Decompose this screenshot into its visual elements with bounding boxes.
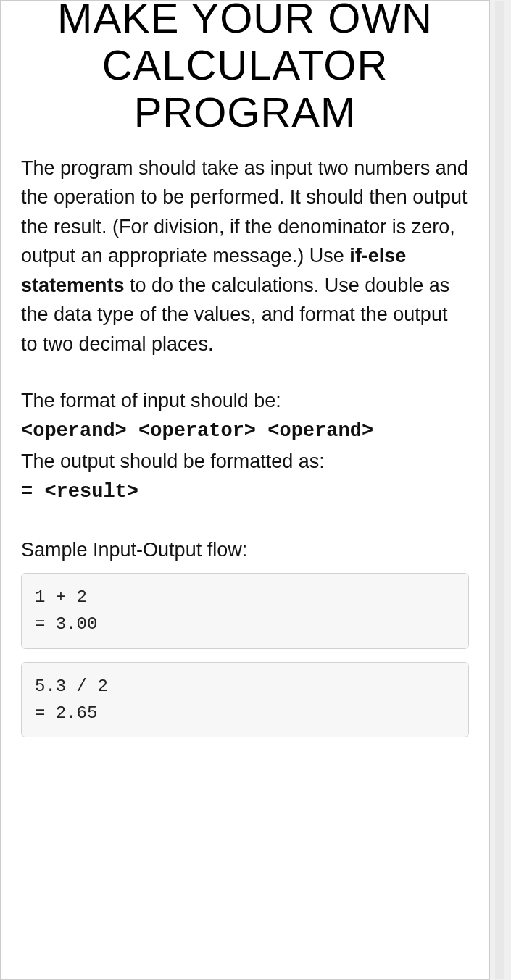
page-title: MAKE YOUR OWN CALCULATOR PROGRAM: [21, 0, 469, 136]
sample-code-1: 1 + 2 = 3.00: [21, 573, 469, 648]
sample-code-2: 5.3 / 2 = 2.65: [21, 662, 469, 737]
document-page: MAKE YOUR OWN CALCULATOR PROGRAM The pro…: [0, 0, 490, 980]
content-area: MAKE YOUR OWN CALCULATOR PROGRAM The pro…: [1, 0, 489, 765]
input-format-label: The format of input should be:: [21, 386, 469, 416]
output-format-value: = <result>: [21, 477, 469, 508]
scrollbar[interactable]: [495, 1, 504, 979]
output-format-label: The output should be formatted as:: [21, 447, 469, 477]
sample-io-label: Sample Input-Output flow:: [21, 535, 469, 565]
format-block: The format of input should be: <operand>…: [21, 386, 469, 507]
input-format-value: <operand> <operator> <operand>: [21, 416, 469, 447]
description-paragraph: The program should take as input two num…: [21, 154, 469, 359]
